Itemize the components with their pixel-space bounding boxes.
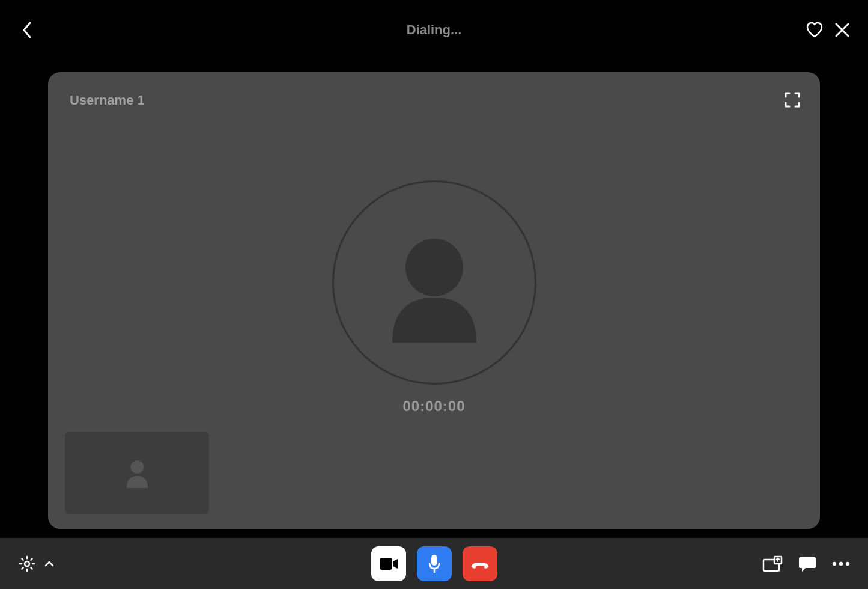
- gear-icon: [18, 555, 36, 573]
- svg-rect-3: [380, 558, 392, 570]
- hangup-button[interactable]: [463, 546, 497, 581]
- settings-button[interactable]: [18, 555, 36, 573]
- more-horizontal-icon: [832, 561, 850, 566]
- more-options-button[interactable]: [832, 561, 850, 566]
- camera-toggle-button[interactable]: [371, 546, 406, 581]
- svg-point-2: [25, 561, 29, 566]
- avatar-circle: [332, 180, 536, 385]
- phone-hangup-icon: [469, 558, 491, 569]
- back-button[interactable]: [18, 21, 36, 39]
- chevron-up-icon: [44, 561, 54, 567]
- main-video-panel: Username 1 00:00:00: [48, 72, 820, 529]
- call-status-label: Dialing...: [407, 22, 462, 38]
- screen-share-icon: [762, 555, 783, 572]
- camera-icon: [379, 557, 398, 570]
- screen-share-button[interactable]: [762, 555, 783, 572]
- call-timer: 00:00:00: [402, 398, 465, 415]
- chat-button[interactable]: [798, 555, 816, 572]
- svg-point-9: [839, 561, 843, 565]
- close-button[interactable]: [834, 22, 850, 38]
- bottom-bar: [0, 538, 868, 589]
- svg-point-0: [405, 239, 463, 296]
- person-icon: [124, 458, 151, 488]
- svg-point-8: [833, 561, 836, 565]
- close-icon: [834, 22, 850, 38]
- fullscreen-icon: [784, 91, 801, 108]
- svg-point-10: [846, 561, 849, 565]
- remote-username-label: Username 1: [70, 93, 145, 108]
- heart-icon: [806, 22, 824, 38]
- fullscreen-button[interactable]: [784, 91, 801, 111]
- bottom-right-group: [762, 555, 850, 572]
- chevron-left-icon: [22, 21, 32, 39]
- svg-rect-4: [431, 555, 437, 566]
- top-left-group: [18, 21, 36, 39]
- microphone-icon: [428, 554, 441, 573]
- remote-avatar: [332, 180, 536, 385]
- microphone-toggle-button[interactable]: [417, 546, 452, 581]
- call-controls: [371, 546, 497, 581]
- favorite-button[interactable]: [806, 22, 824, 38]
- top-bar: Dialing...: [0, 0, 868, 60]
- chat-icon: [798, 555, 816, 572]
- top-right-group: [806, 22, 850, 38]
- person-icon: [374, 222, 494, 343]
- expand-up-button[interactable]: [44, 561, 54, 567]
- bottom-left-group: [18, 555, 54, 573]
- svg-point-1: [130, 460, 144, 474]
- self-video-preview[interactable]: [65, 432, 209, 514]
